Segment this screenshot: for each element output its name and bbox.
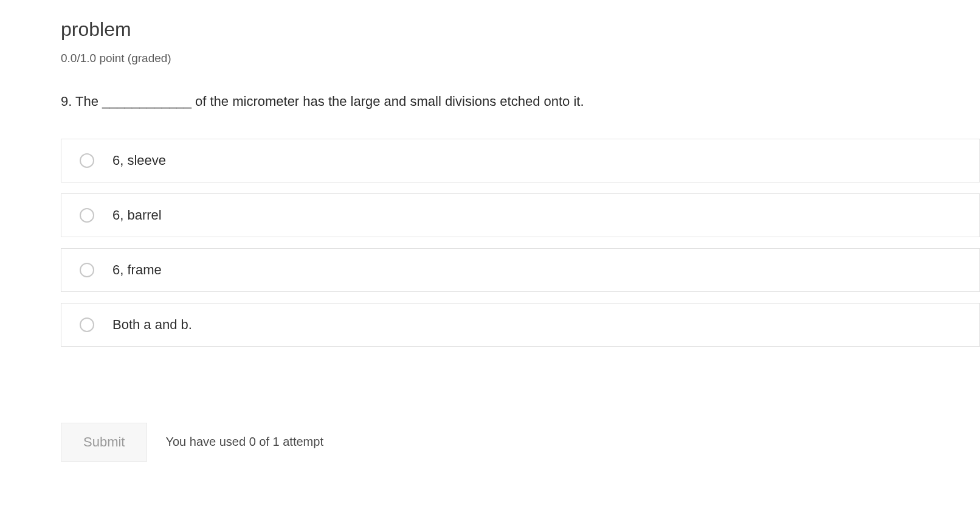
option-label-1: 6, barrel (112, 207, 162, 223)
radio-icon (80, 208, 94, 223)
problem-heading: problem (61, 18, 980, 41)
option-label-0: 6, sleeve (112, 153, 166, 168)
option-label-2: 6, frame (112, 262, 162, 278)
attempts-text: You have used 0 of 1 attempt (165, 435, 323, 449)
radio-icon (80, 153, 94, 168)
option-label-3: Both a and b. (112, 317, 192, 333)
option-row-0[interactable]: 6, sleeve (61, 139, 980, 182)
points-graded: 0.0/1.0 point (graded) (61, 52, 980, 65)
option-row-1[interactable]: 6, barrel (61, 193, 980, 237)
question-text: 9. The ____________ of the micrometer ha… (61, 92, 980, 111)
footer-row: Submit You have used 0 of 1 attempt (61, 423, 980, 462)
option-row-2[interactable]: 6, frame (61, 248, 980, 292)
radio-icon (80, 317, 94, 332)
option-row-3[interactable]: Both a and b. (61, 303, 980, 347)
radio-icon (80, 263, 94, 277)
submit-button[interactable]: Submit (61, 423, 147, 462)
